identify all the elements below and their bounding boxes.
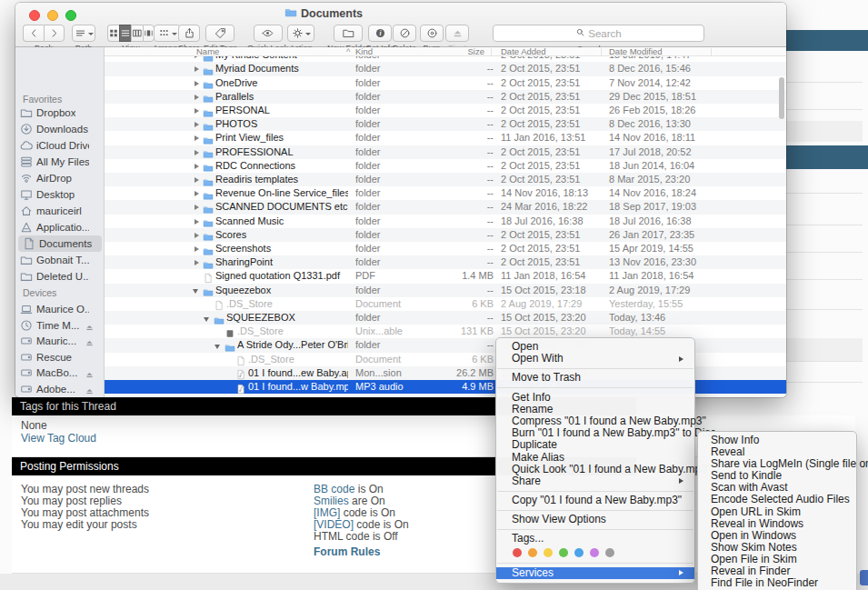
tag-color-dot[interactable]: [574, 548, 584, 557]
menu-item-share[interactable]: Share: [496, 475, 694, 487]
menu-item-rename[interactable]: Rename: [496, 404, 694, 415]
path-button[interactable]: [72, 25, 95, 42]
table-row[interactable]: PROFESSIONALfolder--2 Oct 2015, 23:5117 …: [105, 145, 786, 159]
view-button[interactable]: [107, 25, 119, 42]
close-window-button[interactable]: [29, 10, 40, 21]
disclosure-expanded-icon[interactable]: [215, 345, 220, 352]
sidebar-item-rescue[interactable]: Rescue: [15, 349, 105, 365]
table-row[interactable]: SQUEEZEBOXfolder--15 Oct 2015, 23:20Toda…: [105, 311, 786, 325]
get-info-button[interactable]: i: [368, 25, 392, 42]
disclosure-collapsed-icon[interactable]: [195, 260, 202, 265]
table-row[interactable]: Squeezeboxfolder--15 Oct 2015, 23:182 Au…: [105, 284, 786, 297]
menu-item-make-alias[interactable]: Make Alias: [496, 452, 694, 464]
tag-color-dot[interactable]: [590, 548, 599, 557]
menu-item-services[interactable]: Services: [496, 567, 694, 579]
disclosure-collapsed-icon[interactable]: [195, 219, 202, 225]
tag-color-dot[interactable]: [528, 548, 537, 557]
back-forward-button[interactable]: [44, 25, 65, 42]
sidebar-item-airdrop[interactable]: AirDrop: [15, 170, 105, 186]
menu-item-show-view-options[interactable]: Show View Options: [496, 514, 694, 525]
zoom-window-button[interactable]: [65, 10, 76, 21]
view-tag-cloud-link[interactable]: View Tag Cloud: [21, 432, 96, 445]
menu-item-open-with[interactable]: Open With: [496, 353, 694, 365]
table-row[interactable]: Readiris templatesfolder--2 Oct 2015, 23…: [105, 173, 786, 186]
sidebar-item-downloads[interactable]: Downloads: [15, 121, 105, 137]
table-row[interactable]: Signed quotation Q1331.pdfPDF1.4 MB11 Ja…: [105, 269, 786, 283]
menu-item-move-to-trash[interactable]: Move to Trash: [496, 372, 694, 384]
disclosure-collapsed-icon[interactable]: [195, 108, 202, 114]
tag-color-dot[interactable]: [559, 548, 568, 557]
eject-button[interactable]: [85, 367, 95, 378]
edit-tags-button[interactable]: [205, 25, 234, 42]
disclosure-collapsed-icon[interactable]: [195, 164, 202, 169]
table-row[interactable]: SCANNED DOCUMENTS etc.folder--24 Mar 201…: [105, 200, 786, 214]
submenu-item-show-skim-notes[interactable]: Show Skim Notes: [698, 542, 856, 554]
sidebar-item-squeez-[interactable]: Squeez...: [15, 396, 105, 397]
tag-color-dot[interactable]: [513, 548, 522, 557]
back-forward-button[interactable]: [23, 25, 44, 42]
menu-item-duplicate[interactable]: Duplicate: [496, 439, 694, 451]
sidebar-item-adobe-[interactable]: Adobe...: [15, 381, 105, 397]
minimize-window-button[interactable]: [47, 10, 58, 21]
sidebar-item-mauric-[interactable]: Mauric...: [15, 333, 105, 349]
table-row[interactable]: Print View_filesfolder--11 Jan 2016, 13:…: [105, 131, 786, 145]
action-button[interactable]: [287, 25, 314, 42]
disclosure-collapsed-icon[interactable]: [195, 66, 202, 72]
sidebar-item-gobnait-t-[interactable]: Gobnait T...: [15, 252, 105, 268]
disclosure-collapsed-icon[interactable]: [195, 150, 202, 155]
disclosure-expanded-icon[interactable]: [193, 289, 198, 296]
column-header-name[interactable]: Name: [196, 47, 219, 56]
table-row[interactable]: OneDrivefolder--2 Oct 2015, 23:517 Nov 2…: [105, 76, 786, 90]
share-button[interactable]: [178, 25, 200, 42]
table-row[interactable]: Revenue On-line Service_filesfolder--14 …: [105, 186, 786, 200]
sidebar-item-maurice-o-[interactable]: Maurice O...: [15, 301, 105, 317]
submenu-item-encode-selected-audio-files[interactable]: Encode Selected Audio Files: [698, 494, 856, 505]
burn-button[interactable]: [420, 25, 444, 42]
column-header-kind[interactable]: Kind: [355, 47, 373, 56]
sidebar-item-all-my-files[interactable]: All My Files: [15, 154, 105, 170]
disclosure-collapsed-icon[interactable]: [195, 233, 202, 238]
tag-color-dot[interactable]: [544, 548, 553, 557]
disclosure-collapsed-icon[interactable]: [195, 135, 202, 141]
menu-item-get-info[interactable]: Get Info: [496, 392, 694, 404]
table-row[interactable]: RDC Connectionsfolder--2 Oct 2015, 23:51…: [105, 159, 786, 173]
sidebar-item-dropbox[interactable]: Dropbox: [15, 105, 105, 121]
submenu-item-open-url-in-skim[interactable]: Open URL in Skim: [698, 506, 856, 518]
sidebar-item-deleted-u-[interactable]: Deleted U...: [15, 268, 105, 285]
submenu-item-reveal-in-windows[interactable]: Reveal in Windows: [698, 518, 856, 530]
disclosure-collapsed-icon[interactable]: [195, 95, 202, 100]
code-rule-link[interactable]: Smilies: [314, 495, 349, 507]
table-row[interactable]: Myriad Documentsfolder--2 Oct 2015, 23:5…: [105, 62, 786, 75]
table-row[interactable]: .DS_StoreDocument6 KB2 Aug 2019, 17:29Ye…: [105, 297, 786, 311]
menu-item-quick-look-01-i-found-a-new-baby-mp3[interactable]: Quick Look "01 I found a New Baby.mp3": [496, 464, 694, 475]
table-row[interactable]: Scanned Musicfolder--18 Jul 2016, 16:381…: [105, 215, 786, 228]
code-rule-link[interactable]: BB code: [314, 483, 354, 495]
column-header-date-added[interactable]: Date Added: [501, 47, 546, 56]
code-rule-link[interactable]: [VIDEO]: [314, 518, 354, 531]
sidebar-item-mauriceirl[interactable]: mauriceirl: [15, 203, 105, 219]
forum-rules-link[interactable]: Forum Rules: [314, 545, 380, 558]
table-row[interactable]: PHOTOSfolder--2 Oct 2015, 23:518 Dec 201…: [105, 117, 786, 131]
eject-button[interactable]: [85, 384, 95, 395]
sidebar-item-icloud-drive[interactable]: iCloud Drive: [15, 137, 105, 154]
eject-button[interactable]: [85, 320, 95, 331]
scroll-top-button[interactable]: [860, 570, 868, 585]
eject-button[interactable]: [85, 335, 95, 346]
sidebar-item-documents[interactable]: Documents: [18, 235, 102, 252]
table-row[interactable]: PERSONALfolder--2 Oct 2015, 23:5126 Feb …: [105, 104, 786, 117]
menu-item-copy-01-i-found-a-new-baby-mp3[interactable]: Copy "01 I found a New Baby.mp3": [496, 495, 694, 506]
sidebar-item-desktop[interactable]: Desktop: [15, 186, 105, 203]
disclosure-collapsed-icon[interactable]: [195, 122, 202, 127]
quick-look-button[interactable]: [254, 25, 283, 42]
column-header-size[interactable]: Size: [454, 47, 484, 56]
menu-item-tags[interactable]: Tags...: [496, 533, 694, 545]
disclosure-collapsed-icon[interactable]: [195, 191, 202, 196]
submenu-item-find-file-in-neofinder[interactable]: Find File in NeoFinder: [698, 577, 856, 589]
search-input[interactable]: Search: [493, 25, 704, 42]
code-rule-link[interactable]: [IMG]: [314, 506, 340, 519]
disclosure-collapsed-icon[interactable]: [195, 205, 202, 210]
column-header-date-modified[interactable]: Date Modified: [609, 47, 663, 56]
eject-button[interactable]: [445, 25, 469, 42]
sidebar-item-applicatio-[interactable]: Applicatio...: [15, 219, 105, 235]
sidebar-item-time-m-[interactable]: Time M...: [15, 317, 105, 334]
